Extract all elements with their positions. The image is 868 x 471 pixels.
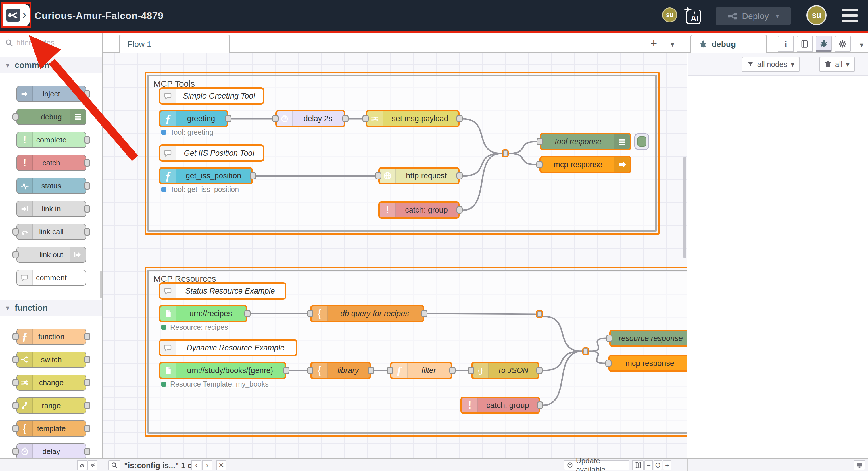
- output-port[interactable]: [342, 115, 349, 122]
- node-urn-recipes[interactable]: urn://recipes: [159, 305, 247, 322]
- palette-collapse-all-button[interactable]: [77, 460, 87, 470]
- palette-item-status[interactable]: status: [17, 178, 86, 194]
- output-port[interactable]: [368, 367, 374, 374]
- node-filter[interactable]: ƒfilter: [390, 362, 453, 379]
- node-catch-group-resources[interactable]: !catch: group: [460, 397, 540, 414]
- info-sidebar-button[interactable]: i: [778, 36, 794, 52]
- search-prev-button[interactable]: ‹: [191, 460, 202, 470]
- output-port[interactable]: [84, 159, 90, 167]
- palette-search[interactable]: filter nodes: [0, 33, 102, 53]
- node-set-msg-payload[interactable]: set msg.payload: [366, 110, 460, 127]
- output-port[interactable]: [283, 367, 289, 374]
- node-db-query-for-recipes[interactable]: {db query for recipes: [310, 305, 424, 322]
- node-catch-group-tools[interactable]: !catch: group: [378, 201, 460, 218]
- canvas-preview-button[interactable]: [854, 460, 865, 470]
- node-urn-study-books-genre[interactable]: urn://study/books/{genre}: [159, 362, 286, 379]
- wire[interactable]: [462, 154, 501, 210]
- palette-item-link-in[interactable]: link in: [17, 201, 86, 217]
- comment-simple-greeting-tool[interactable]: Simple Greeting Tool: [159, 87, 264, 105]
- main-menu-button[interactable]: [842, 9, 858, 23]
- output-port[interactable]: [84, 356, 90, 363]
- node-greeting[interactable]: ƒgreeting: [159, 110, 228, 127]
- palette-scrollbar[interactable]: [100, 271, 102, 298]
- output-port[interactable]: [84, 333, 90, 340]
- palette-item-link-call[interactable]: link call: [17, 224, 86, 240]
- input-port[interactable]: [12, 379, 19, 386]
- search-next-button[interactable]: ›: [202, 460, 212, 470]
- palette-expand-all-button[interactable]: [87, 460, 97, 470]
- input-port[interactable]: [468, 367, 474, 374]
- output-port[interactable]: [225, 115, 231, 122]
- input-port[interactable]: [387, 367, 393, 374]
- ai-assistant-icon[interactable]: AI: [684, 6, 702, 25]
- help-sidebar-button[interactable]: [797, 36, 813, 52]
- input-port[interactable]: [606, 335, 613, 342]
- palette-item-switch[interactable]: switch: [17, 351, 86, 368]
- canvas-search-button[interactable]: [108, 460, 120, 470]
- palette-item-function[interactable]: ƒfunction: [17, 329, 86, 345]
- input-port[interactable]: [307, 310, 313, 317]
- zoom-reset-button[interactable]: O: [654, 460, 662, 470]
- input-port[interactable]: [537, 138, 543, 145]
- output-port[interactable]: [84, 228, 90, 236]
- wire[interactable]: [542, 351, 582, 370]
- wire[interactable]: [590, 338, 606, 351]
- avatar-user[interactable]: su: [806, 5, 827, 25]
- wire[interactable]: [462, 119, 501, 154]
- minimap-toggle-button[interactable]: [632, 460, 644, 470]
- input-port[interactable]: [536, 161, 542, 168]
- node-mcp-response-tools[interactable]: mcp response: [539, 156, 631, 173]
- output-port[interactable]: [84, 402, 90, 409]
- input-port[interactable]: [605, 360, 612, 367]
- avatar-small[interactable]: su: [662, 7, 677, 23]
- update-available-button[interactable]: Update available: [564, 460, 629, 470]
- input-port[interactable]: [12, 356, 19, 363]
- output-port[interactable]: [84, 448, 90, 455]
- output-port[interactable]: [457, 115, 463, 122]
- node-mcp-response-resources[interactable]: mcp response: [609, 355, 687, 372]
- palette-category-common[interactable]: ▾common: [0, 57, 102, 73]
- output-port[interactable]: [421, 310, 427, 317]
- node-tool-response[interactable]: tool response: [540, 133, 631, 150]
- output-port[interactable]: [84, 205, 90, 212]
- palette-category-function[interactable]: ▾function: [0, 300, 102, 316]
- input-port[interactable]: [272, 115, 279, 122]
- comment-get-iis-position-tool[interactable]: Get IIS Position Tool: [159, 144, 264, 162]
- debug-filter-button[interactable]: all nodes ▾: [742, 57, 800, 72]
- flow-canvas[interactable]: MCP ToolsMCP ResourcesSimple Greeting To…: [103, 53, 687, 458]
- comment-dynamic-resource-example[interactable]: Dynamic Resource Example: [159, 339, 297, 357]
- palette-item-template[interactable]: {template: [17, 420, 86, 437]
- node-delay-2s[interactable]: delay 2s: [275, 110, 345, 127]
- zoom-in-button[interactable]: +: [663, 460, 672, 470]
- input-port[interactable]: [12, 333, 19, 340]
- output-port[interactable]: [449, 367, 456, 374]
- output-port[interactable]: [84, 425, 90, 432]
- node-resource-response[interactable]: resource response: [609, 330, 687, 347]
- palette-item-link-out[interactable]: link out: [17, 247, 86, 263]
- palette-item-range[interactable]: range: [17, 398, 86, 413]
- tab-debug[interactable]: debug: [690, 35, 767, 53]
- output-port[interactable]: [84, 379, 90, 386]
- deploy-button[interactable]: Deploy ▾: [716, 7, 791, 25]
- palette-item-debug[interactable]: debug: [17, 109, 86, 125]
- node-http-request[interactable]: http request: [378, 167, 460, 184]
- wire-junction[interactable]: [582, 347, 589, 355]
- input-port[interactable]: [12, 228, 19, 236]
- search-close-button[interactable]: ✕: [216, 460, 226, 470]
- flow-list-caret-icon[interactable]: ▾: [671, 40, 674, 49]
- output-port[interactable]: [244, 310, 251, 317]
- debug-sidebar-button[interactable]: [816, 36, 832, 52]
- palette-item-comment[interactable]: comment: [17, 270, 86, 286]
- debug-enable-toggle[interactable]: [634, 133, 649, 150]
- output-port[interactable]: [84, 136, 90, 144]
- sidebar-caret-icon[interactable]: ▾: [860, 40, 863, 49]
- input-port[interactable]: [12, 113, 19, 121]
- input-port[interactable]: [12, 425, 19, 432]
- input-port[interactable]: [375, 172, 381, 179]
- output-port[interactable]: [537, 402, 543, 409]
- input-port[interactable]: [12, 402, 19, 409]
- wire-junction[interactable]: [502, 149, 509, 157]
- add-flow-button[interactable]: +: [650, 37, 657, 50]
- node-get-iss-position[interactable]: ƒget_iss_position: [159, 167, 253, 184]
- output-port[interactable]: [84, 182, 90, 190]
